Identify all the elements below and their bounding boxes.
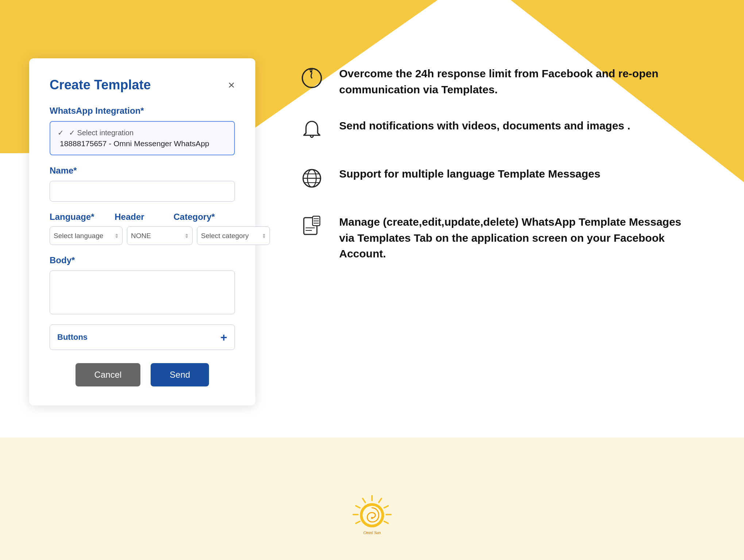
logo-wrapper: Omni Sun [350,494,394,538]
close-button[interactable]: × [228,79,235,91]
send-button[interactable]: Send [151,363,209,386]
category-select[interactable]: Select category MARKETING UTILITY AUTHEN… [197,226,270,245]
globe-icon [299,167,325,194]
svg-line-22 [363,498,365,502]
info-item-1: Overcome the 24h response limit from Fac… [299,66,686,97]
cancel-button[interactable]: Cancel [75,363,141,386]
info-item-2: Send notifications with videos, document… [299,118,686,145]
integration-value: 18888175657 - Omni Messenger WhatsApp [58,139,227,148]
info-text-1: Overcome the 24h response limit from Fac… [339,66,686,97]
clock-icon [299,67,325,93]
svg-point-28 [371,517,373,519]
name-label: Name* [50,166,235,176]
info-text-2: Send notifications with videos, document… [339,118,630,134]
body-label: Body* [50,255,235,265]
integration-dropdown[interactable]: ✓ ✓ Select integration 18888175657 - Omn… [50,121,235,155]
header-label: Header [115,212,170,222]
svg-line-19 [384,506,388,508]
body-textarea[interactable] [50,271,235,314]
language-select[interactable]: Select language English Spanish French P… [50,226,123,245]
buttons-label: Buttons [57,332,88,342]
language-select-wrapper: Select language English Spanish French P… [50,226,123,245]
category-label: Category* [174,212,235,222]
info-text-3: Support for multiple language Template M… [339,166,600,182]
create-template-form: Create Template × WhatsApp Integration* … [29,58,255,405]
header-select-wrapper: NONE TEXT IMAGE VIDEO DOCUMENT [127,226,193,245]
form-header: Create Template × [50,77,235,93]
integration-check-row: ✓ ✓ Select integration [58,128,227,137]
svg-text:Omni Sun: Omni Sun [363,530,381,535]
info-item-3: Support for multiple language Template M… [299,166,686,194]
svg-line-18 [379,498,381,502]
check-icon: ✓ [58,128,64,137]
bell-icon [299,119,325,145]
manage-icon [299,215,325,242]
add-button[interactable]: + [220,331,227,343]
action-row: Cancel Send [50,363,235,386]
header-select[interactable]: NONE TEXT IMAGE VIDEO DOCUMENT [127,226,193,245]
language-label: Language* [50,212,111,222]
select-integration-label: ✓ Select integration [69,128,133,137]
info-text-4: Manage (create,edit,update,delete) Whats… [339,214,686,262]
svg-line-21 [384,521,388,524]
buttons-section: Buttons + [50,324,235,350]
selects-row: Select language English Spanish French P… [50,226,235,245]
name-input[interactable] [50,181,235,202]
whatsapp-integration-label: WhatsApp Integration* [50,106,235,116]
category-select-wrapper: Select category MARKETING UTILITY AUTHEN… [197,226,270,245]
svg-line-25 [356,521,360,524]
field-labels-row: Language* Header Category* [50,212,235,222]
form-title: Create Template [50,77,151,93]
svg-point-4 [310,70,312,73]
info-panel: Overcome the 24h response limit from Fac… [284,58,700,531]
omni-sun-logo: Omni Sun [350,494,394,538]
info-item-4: Manage (create,edit,update,delete) Whats… [299,214,686,262]
svg-line-23 [356,506,360,508]
